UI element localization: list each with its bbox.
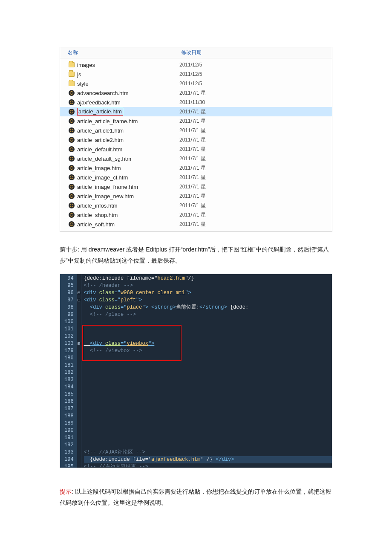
htm-file-icon — [68, 118, 75, 124]
file-row[interactable]: article_image_frame.htm2011/7/1 星 — [60, 182, 332, 191]
file-name: article_article1.htm — [77, 127, 124, 134]
file-date: 2011/7/1 星 — [179, 146, 332, 153]
fold-toggle-icon[interactable]: ⊞ — [77, 340, 81, 347]
htm-file-icon — [68, 184, 75, 190]
file-date: 2011/7/1 星 — [179, 193, 332, 200]
fold-spacer — [77, 463, 81, 467]
file-row[interactable]: ajaxfeedback.htm2011/11/30 — [60, 98, 332, 107]
code-line: <!-- /header --> — [84, 282, 332, 289]
line-number: 184 — [64, 384, 74, 391]
line-number: 192 — [64, 442, 74, 449]
file-row[interactable]: js2011/12/5 — [60, 69, 332, 79]
file-row[interactable]: article_image_cl.htm2011/7/1 星 — [60, 173, 332, 182]
file-row[interactable]: article_article.htm2011/7/1 星 — [60, 107, 332, 116]
line-number: 95 — [64, 282, 74, 289]
line-number: 190 — [64, 427, 74, 434]
code-line: <!-- //左边内容结束 --> — [84, 463, 332, 467]
file-date: 2011/7/1 星 — [179, 136, 332, 144]
file-name: article_article_frame.htm — [77, 118, 138, 124]
code-line — [84, 355, 332, 362]
file-rows: images2011/12/5js2011/12/5style2011/12/5… — [60, 58, 332, 231]
line-number: 183 — [64, 376, 74, 384]
line-number: 195 — [64, 463, 74, 467]
file-date: 2011/12/5 — [179, 62, 332, 68]
file-row[interactable]: article_article_frame.htm2011/7/1 星 — [60, 116, 332, 126]
line-number: 189 — [64, 420, 74, 427]
file-date: 2011/7/1 星 — [179, 118, 332, 125]
line-number: 182 — [64, 369, 74, 376]
line-number: 187 — [64, 405, 74, 413]
code-line — [84, 384, 332, 391]
file-row[interactable]: article_default.htm2011/7/1 星 — [60, 145, 332, 154]
file-name: article_image_new.htm — [77, 193, 134, 199]
fold-spacer — [77, 434, 81, 442]
tip-label: 提示 — [60, 488, 72, 495]
file-row[interactable]: article_default_sg.htm2011/7/1 星 — [60, 154, 332, 163]
file-name: article_default.htm — [77, 146, 122, 153]
file-row[interactable]: article_image.htm2011/7/1 星 — [60, 163, 332, 173]
code-line — [84, 326, 332, 333]
code-editor: 9495969798991001011021031791801811821831… — [60, 274, 332, 468]
file-row[interactable]: article_article2.htm2011/7/1 星 — [60, 135, 332, 145]
file-date: 2011/7/1 星 — [179, 221, 332, 228]
editor-fold-column: ⊟⊟⊞ — [77, 274, 81, 468]
line-number: 98 — [64, 304, 74, 311]
file-row[interactable]: article_shop.htm2011/7/1 星 — [60, 210, 332, 220]
htm-file-icon — [68, 127, 75, 133]
line-number: 180 — [64, 355, 74, 362]
code-line — [84, 427, 332, 434]
fold-spacer — [77, 369, 81, 376]
htm-file-icon — [68, 165, 75, 171]
file-row[interactable]: advancedsearch.htm2011/7/1 星 — [60, 88, 332, 98]
code-line — [84, 405, 332, 413]
col-header-name[interactable]: 名称 — [60, 49, 179, 56]
file-name: article_shop.htm — [77, 212, 118, 218]
code-line: <div class="viewbox"> — [84, 340, 332, 347]
file-row[interactable]: article_soft.htm2011/7/1 星 — [60, 220, 332, 229]
file-row[interactable]: article_image_new.htm2011/7/1 星 — [60, 191, 332, 201]
file-list-header: 名称 修改日期 — [60, 47, 332, 58]
file-date: 2011/7/1 星 — [179, 165, 332, 172]
file-date: 2011/12/5 — [179, 81, 332, 87]
line-number: 96 — [64, 289, 74, 297]
col-header-date[interactable]: 修改日期 — [179, 49, 332, 56]
fold-spacer — [77, 456, 81, 463]
file-row[interactable]: article_article1.htm2011/7/1 星 — [60, 126, 332, 135]
fold-spacer — [77, 413, 81, 420]
file-name: images — [77, 62, 95, 68]
file-name: js — [77, 71, 81, 78]
fold-spacer — [77, 427, 81, 434]
file-row[interactable]: images2011/12/5 — [60, 60, 332, 69]
code-line: {dede:include file='ajaxfeedback.htm' /}… — [84, 456, 332, 463]
htm-file-icon — [68, 109, 75, 115]
htm-file-icon — [68, 99, 75, 105]
fold-spacer — [77, 420, 81, 427]
line-number: 179 — [64, 347, 74, 355]
file-date: 2011/7/1 星 — [179, 127, 332, 134]
fold-spacer — [77, 405, 81, 413]
line-number: 94 — [64, 275, 74, 282]
file-name: article_image_cl.htm — [77, 174, 128, 181]
htm-file-icon — [68, 156, 75, 162]
htm-file-icon — [68, 90, 75, 96]
file-name: article_default_sg.htm — [77, 156, 131, 162]
code-line — [84, 333, 332, 340]
folder-icon — [68, 72, 75, 77]
file-date: 2011/11/30 — [179, 99, 332, 105]
file-date: 2011/7/1 星 — [179, 155, 332, 162]
step10-label: 第十步: — [60, 246, 79, 253]
fold-toggle-icon[interactable]: ⊟ — [77, 289, 81, 297]
file-row[interactable]: style2011/12/5 — [60, 79, 332, 88]
fold-toggle-icon[interactable]: ⊟ — [77, 297, 81, 304]
file-date: 2011/7/1 星 — [179, 90, 332, 97]
fold-spacer — [77, 333, 81, 340]
file-date: 2011/7/1 星 — [179, 108, 332, 116]
htm-file-icon — [68, 193, 75, 199]
file-name: ajaxfeedback.htm — [77, 99, 121, 106]
line-number: 99 — [64, 311, 74, 318]
editor-code-body[interactable]: {dede:include filename="head2.htm"/}<!--… — [81, 274, 332, 468]
fold-spacer — [77, 449, 81, 456]
file-name: article_infos.htm — [77, 202, 118, 209]
file-row[interactable]: article_infos.htm2011/7/1 星 — [60, 201, 332, 210]
htm-file-icon — [68, 137, 75, 143]
